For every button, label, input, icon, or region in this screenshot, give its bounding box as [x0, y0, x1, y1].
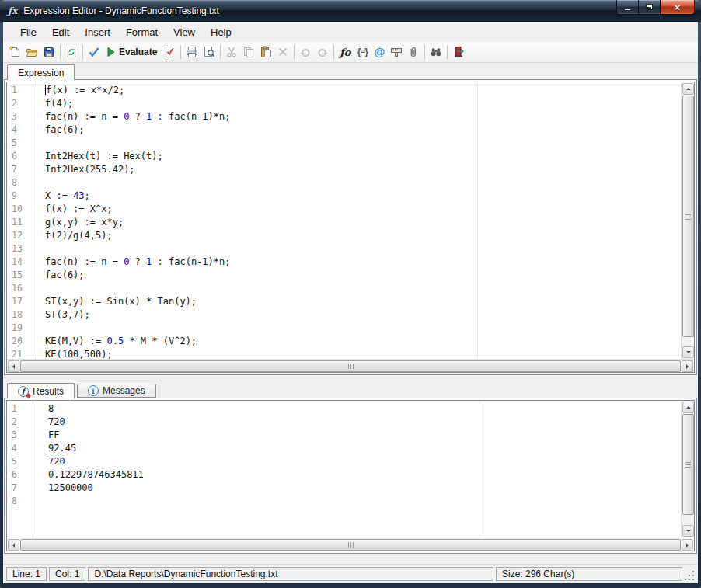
menu-view[interactable]: View [166, 24, 203, 40]
line-number: 15 [7, 270, 33, 283]
app-icon: ƒx [8, 5, 17, 16]
results-horizontal-scrollbar[interactable] [7, 538, 694, 551]
redo-button[interactable] [314, 43, 331, 61]
code-line[interactable]: ST(3,7); [45, 309, 681, 322]
code-line[interactable] [45, 137, 681, 151]
insert-at-button[interactable]: @ [371, 43, 388, 61]
code-line[interactable]: X := 43; [45, 190, 681, 204]
tab-expression[interactable]: Expression [7, 64, 75, 80]
code-line[interactable]: fac(n) := n = 0 ? 1 : fac(n-1)*n; [45, 256, 681, 270]
code-line[interactable]: g(x,y) := x*y; [45, 217, 681, 230]
editor-vertical-scrollbar[interactable] [681, 82, 694, 359]
insert-braces-button[interactable]: {≡} [354, 43, 371, 61]
menu-help[interactable]: Help [203, 24, 239, 40]
code-line[interactable]: ST(x,y) := Sin(x) * Tan(y); [45, 296, 681, 309]
code-line[interactable] [45, 283, 681, 296]
result-line[interactable]: 12500000 [48, 482, 681, 496]
save-button[interactable] [40, 43, 58, 61]
scroll-up-button[interactable] [682, 83, 694, 95]
attach-button[interactable] [405, 43, 422, 61]
code-line[interactable]: fac(6); [45, 270, 681, 283]
code-line[interactable]: f(2)/g(4,5); [45, 230, 681, 243]
results-panel: 12345678 8720FF92.457200.122978746345811… [4, 398, 697, 554]
code-line[interactable]: f(x) := x*x/2; [45, 85, 681, 98]
scroll-left-button[interactable] [8, 539, 19, 551]
result-line[interactable]: 0.122978746345811 [48, 469, 681, 482]
arrow-right-icon [686, 364, 691, 369]
results-list[interactable]: 8720FF92.457200.12297874634581112500000 [34, 401, 681, 538]
result-line[interactable] [48, 496, 681, 509]
report-check-icon [163, 46, 176, 58]
code-line[interactable] [45, 322, 681, 336]
results-vertical-scrollbar[interactable] [681, 401, 694, 538]
code-line[interactable]: f(x) := X^x; [45, 204, 681, 217]
menu-edit[interactable]: Edit [44, 24, 77, 40]
tab-messages[interactable]: i Messages [77, 384, 156, 398]
results-view[interactable]: 12345678 8720FF92.457200.122978746345811… [6, 400, 695, 551]
horizontal-scroll-thumb[interactable] [20, 360, 681, 372]
insert-function-button[interactable]: ƒo [337, 43, 354, 61]
scroll-right-button[interactable] [682, 360, 693, 372]
result-line[interactable]: 8 [48, 403, 681, 416]
scroll-down-button[interactable] [682, 346, 694, 358]
print-button[interactable] [183, 43, 201, 61]
ruler-button[interactable] [388, 43, 405, 61]
menu-insert[interactable]: Insert [77, 24, 118, 40]
save-icon [43, 46, 55, 58]
line-number: 1 [7, 85, 33, 98]
editor-horizontal-scrollbar[interactable] [7, 359, 694, 372]
line-number: 6 [7, 151, 33, 164]
open-folder-icon [26, 46, 38, 58]
expression-editor[interactable]: 123456789101112131415161718192021 f(x) :… [6, 82, 695, 373]
maximize-button[interactable] [639, 0, 660, 15]
evaluate-report-button[interactable] [161, 43, 178, 61]
undo-button[interactable] [297, 43, 314, 61]
paste-button[interactable] [257, 43, 274, 61]
result-line[interactable]: FF [48, 430, 681, 443]
new-file-button[interactable] [6, 43, 23, 61]
menu-file[interactable]: File [12, 24, 44, 40]
code-line[interactable]: Int2Hex(255.42); [45, 164, 681, 177]
tab-messages-label: Messages [103, 385, 145, 396]
find-button[interactable] [427, 43, 445, 61]
vertical-scroll-thumb[interactable] [682, 414, 694, 515]
status-column: Col: 1 [49, 567, 85, 581]
evaluate-button[interactable]: Evaluate [103, 43, 161, 61]
exit-button[interactable] [450, 43, 467, 61]
print-preview-button[interactable] [201, 43, 218, 61]
check-icon [88, 46, 100, 58]
minimize-button[interactable] [616, 0, 639, 15]
syntax-check-button[interactable] [85, 43, 103, 61]
line-number: 8 [7, 496, 33, 509]
result-line[interactable]: 720 [48, 416, 681, 430]
close-button[interactable]: × [660, 0, 695, 15]
scroll-up-button[interactable] [682, 402, 694, 413]
result-line[interactable]: 720 [48, 456, 681, 469]
cut-button[interactable] [223, 43, 240, 61]
open-file-button[interactable] [23, 43, 40, 61]
resize-grip[interactable] [685, 571, 695, 581]
title-bar[interactable]: ƒx Expression Editor - DynamicFunctionTe… [0, 0, 701, 22]
copy-button[interactable] [240, 43, 257, 61]
scroll-left-button[interactable] [8, 360, 19, 372]
code-line[interactable] [45, 243, 681, 256]
scroll-down-button[interactable] [682, 525, 694, 537]
vertical-scroll-thumb[interactable] [682, 96, 694, 337]
code-line[interactable]: Int2Hex(t) := Hex(t); [45, 151, 681, 164]
panel-splitter[interactable] [3, 375, 698, 381]
refresh-button[interactable] [63, 43, 80, 61]
horizontal-scroll-thumb[interactable] [20, 539, 681, 551]
expression-editor-panel: 123456789101112131415161718192021 f(x) :… [4, 79, 697, 375]
scroll-right-button[interactable] [682, 539, 693, 551]
code-line[interactable]: fac(n) := n = 0 ? 1 : fac(n-1)*n; [45, 111, 681, 124]
delete-button[interactable] [274, 43, 291, 61]
code-line[interactable]: f(4); [45, 98, 681, 111]
code-line[interactable]: KE(M,V) := 0.5 * M * (V^2); [45, 336, 681, 349]
tab-results[interactable]: ƒ Results [7, 383, 75, 398]
code-line[interactable]: fac(6); [45, 124, 681, 137]
editor-code-area[interactable]: f(x) := x*x/2;f(4);fac(n) := n = 0 ? 1 :… [34, 82, 681, 359]
code-line[interactable] [45, 177, 681, 190]
menu-format[interactable]: Format [118, 24, 166, 40]
code-line[interactable]: KE(100,500); [45, 349, 681, 359]
result-line[interactable]: 92.45 [48, 443, 681, 456]
